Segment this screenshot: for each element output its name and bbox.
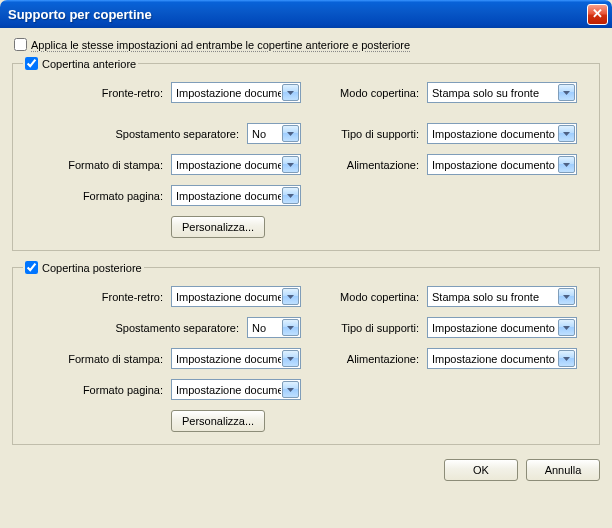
chevron-down-icon <box>558 319 575 336</box>
front-media-type-label: Tipo di supporti: <box>309 128 419 140</box>
svg-marker-13 <box>287 388 294 392</box>
chevron-down-icon <box>282 125 299 142</box>
back-feed-value: Impostazione documento <box>432 353 557 365</box>
back-media-type-select[interactable]: Impostazione documento <box>427 317 577 338</box>
front-page-format-label: Formato pagina: <box>23 190 163 202</box>
back-print-format-select[interactable]: Impostazione documento <box>171 348 301 369</box>
chevron-down-icon <box>282 288 299 305</box>
front-cover-legend-text: Copertina anteriore <box>42 58 136 70</box>
back-cover-mode-value: Stampa solo su fronte <box>432 291 557 303</box>
front-duplex-value: Impostazione documento <box>176 87 281 99</box>
svg-marker-1 <box>563 91 570 95</box>
front-cover-legend: Copertina anteriore <box>23 57 138 70</box>
window-title: Supporto per copertine <box>8 7 587 22</box>
titlebar: Supporto per copertine ✕ <box>0 0 612 28</box>
svg-marker-0 <box>287 91 294 95</box>
svg-marker-12 <box>563 357 570 361</box>
svg-marker-9 <box>287 326 294 330</box>
back-page-format-select[interactable]: Impostazione documento <box>171 379 301 400</box>
chevron-down-icon <box>558 84 575 101</box>
svg-marker-10 <box>563 326 570 330</box>
ok-button[interactable]: OK <box>444 459 518 481</box>
back-personalize-button[interactable]: Personalizza... <box>171 410 265 432</box>
front-cover-mode-value: Stampa solo su fronte <box>432 87 557 99</box>
front-separator-value: No <box>252 128 281 140</box>
front-print-format-value: Impostazione documento <box>176 159 281 171</box>
back-cover-mode-select[interactable]: Stampa solo su fronte <box>427 286 577 307</box>
front-duplex-label: Fronte-retro: <box>23 87 163 99</box>
chevron-down-icon <box>282 156 299 173</box>
close-button[interactable]: ✕ <box>587 4 608 25</box>
chevron-down-icon <box>282 84 299 101</box>
back-duplex-value: Impostazione documento <box>176 291 281 303</box>
front-media-type-select[interactable]: Impostazione documento <box>427 123 577 144</box>
back-duplex-label: Fronte-retro: <box>23 291 163 303</box>
chevron-down-icon <box>558 350 575 367</box>
back-feed-select[interactable]: Impostazione documento <box>427 348 577 369</box>
back-print-format-value: Impostazione documento <box>176 353 281 365</box>
cancel-label: Annulla <box>545 464 582 476</box>
front-personalize-label: Personalizza... <box>182 221 254 233</box>
back-cover-mode-label: Modo copertina: <box>309 291 419 303</box>
chevron-down-icon <box>282 381 299 398</box>
front-cover-checkbox[interactable] <box>25 57 38 70</box>
apply-same-label[interactable]: Applica le stesse impostazioni ad entram… <box>31 39 410 51</box>
front-feed-label: Alimentazione: <box>309 159 419 171</box>
front-cover-group: Copertina anteriore Fronte-retro: Impost… <box>12 57 600 251</box>
back-feed-label: Alimentazione: <box>309 353 419 365</box>
front-media-type-value: Impostazione documento <box>432 128 557 140</box>
svg-marker-6 <box>287 194 294 198</box>
svg-marker-11 <box>287 357 294 361</box>
back-cover-legend-text: Copertina posteriore <box>42 262 142 274</box>
svg-marker-4 <box>287 163 294 167</box>
front-page-format-select[interactable]: Impostazione documento <box>171 185 301 206</box>
back-duplex-select[interactable]: Impostazione documento <box>171 286 301 307</box>
back-media-type-label: Tipo di supporti: <box>309 322 419 334</box>
front-duplex-select[interactable]: Impostazione documento <box>171 82 301 103</box>
back-page-format-value: Impostazione documento <box>176 384 281 396</box>
front-print-format-select[interactable]: Impostazione documento <box>171 154 301 175</box>
apply-same-row: Applica le stesse impostazioni ad entram… <box>12 38 600 51</box>
back-cover-legend: Copertina posteriore <box>23 261 144 274</box>
back-cover-checkbox[interactable] <box>25 261 38 274</box>
svg-marker-2 <box>287 132 294 136</box>
svg-marker-5 <box>563 163 570 167</box>
chevron-down-icon <box>558 125 575 142</box>
front-personalize-button[interactable]: Personalizza... <box>171 216 265 238</box>
chevron-down-icon <box>282 350 299 367</box>
chevron-down-icon <box>558 288 575 305</box>
back-separator-value: No <box>252 322 281 334</box>
front-separator-select[interactable]: No <box>247 123 301 144</box>
front-cover-mode-label: Modo copertina: <box>309 87 419 99</box>
back-print-format-label: Formato di stampa: <box>23 353 163 365</box>
dialog-footer: OK Annulla <box>12 459 600 481</box>
front-print-format-label: Formato di stampa: <box>23 159 163 171</box>
chevron-down-icon <box>282 319 299 336</box>
close-icon: ✕ <box>592 6 603 21</box>
back-page-format-label: Formato pagina: <box>23 384 163 396</box>
back-separator-label: Spostamento separatore: <box>23 322 239 334</box>
chevron-down-icon <box>282 187 299 204</box>
chevron-down-icon <box>558 156 575 173</box>
apply-same-checkbox[interactable] <box>14 38 27 51</box>
front-feed-value: Impostazione documento <box>432 159 557 171</box>
back-separator-select[interactable]: No <box>247 317 301 338</box>
back-media-type-value: Impostazione documento <box>432 322 557 334</box>
svg-marker-3 <box>563 132 570 136</box>
ok-label: OK <box>473 464 489 476</box>
dialog-body: Applica le stesse impostazioni ad entram… <box>0 28 612 493</box>
svg-marker-8 <box>563 295 570 299</box>
front-cover-mode-select[interactable]: Stampa solo su fronte <box>427 82 577 103</box>
back-personalize-label: Personalizza... <box>182 415 254 427</box>
front-feed-select[interactable]: Impostazione documento <box>427 154 577 175</box>
svg-marker-7 <box>287 295 294 299</box>
cancel-button[interactable]: Annulla <box>526 459 600 481</box>
front-page-format-value: Impostazione documento <box>176 190 281 202</box>
front-separator-label: Spostamento separatore: <box>23 128 239 140</box>
back-cover-group: Copertina posteriore Fronte-retro: Impos… <box>12 261 600 445</box>
